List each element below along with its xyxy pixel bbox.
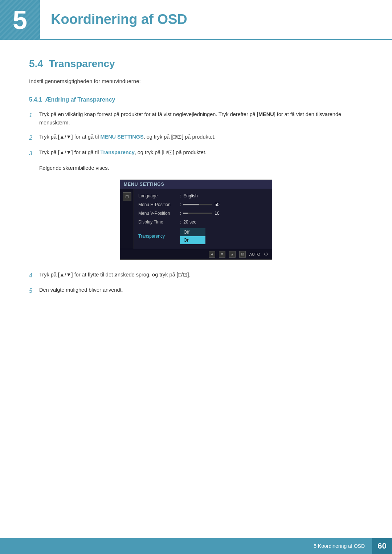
step-3: 3 Tryk på [▲/▼] for at gå til Transparen… <box>29 148 363 158</box>
osd-row-hpos: Menu H-Position : 50 <box>134 200 272 209</box>
osd-gear-icon: ⚙ <box>264 251 268 257</box>
step-2-number: 2 <box>29 133 39 143</box>
subsection-heading: 5.4.1 Ændring af Transparency <box>29 97 363 103</box>
osd-value-displaytime: : 20 sec <box>180 219 268 225</box>
step-1: 1 Tryk på en vilkårlig knap forrest på p… <box>29 110 363 127</box>
osd-row-language: Language : English <box>134 192 272 200</box>
osd-sidebar: ⊡ <box>120 189 134 249</box>
osd-option-off: Off <box>180 228 205 236</box>
osd-label-vpos: Menu V-Position <box>138 211 180 216</box>
osd-slider-hpos <box>183 204 212 205</box>
osd-slider-vpos <box>183 213 212 214</box>
osd-btn-down: ▼ <box>219 251 225 258</box>
section-heading: 5.4 Transparency <box>29 58 363 70</box>
footer-page-number: 60 <box>372 538 392 554</box>
osd-bottom-bar: ◄ ▼ ▲ ⊡ AUTO ⚙ <box>120 249 272 259</box>
osd-row-transparency: Transparency Off On <box>134 226 272 246</box>
steps-list: 1 Tryk på en vilkårlig knap forrest på p… <box>29 110 363 158</box>
steps-list-2: 4 Tryk på [▲/▼] for at flytte til det øn… <box>29 271 363 296</box>
step-4: 4 Tryk på [▲/▼] for at flytte til det øn… <box>29 271 363 280</box>
step-2-text: Tryk på [▲/▼] for at gå til MENU SETTING… <box>39 133 363 141</box>
page-header: 5 Koordinering af OSD <box>0 0 392 40</box>
osd-menu: Language : English Menu H-Position : 50 <box>134 189 272 249</box>
step-5-number: 5 <box>29 286 39 296</box>
osd-row-vpos: Menu V-Position : 10 <box>134 209 272 218</box>
osd-option-on: On <box>180 236 205 244</box>
step-3-number: 3 <box>29 148 39 158</box>
section-description: Indstil gennemsigtigheden for menuvindue… <box>29 77 363 86</box>
step-4-number: 4 <box>29 271 39 280</box>
main-content: 5.4 Transparency Indstil gennemsigtighed… <box>0 58 392 331</box>
chapter-number: 5 <box>13 7 27 33</box>
osd-value-transparency: Off On <box>180 228 268 244</box>
osd-btn-enter: ⊡ <box>239 251 246 258</box>
osd-btn-left: ◄ <box>209 251 215 258</box>
osd-titlebar: MENU SETTINGS <box>120 180 272 189</box>
step-3-text: Tryk på [▲/▼] for at gå til Transparency… <box>39 148 363 157</box>
step-2: 2 Tryk på [▲/▼] for at gå til MENU SETTI… <box>29 133 363 143</box>
osd-value-language: : English <box>180 193 268 198</box>
step-3-subnote: Følgende skærmbillede vises. <box>39 164 363 172</box>
osd-row-displaytime: Display Time : 20 sec <box>134 218 272 226</box>
osd-monitor-icon: ⊡ <box>123 192 131 201</box>
footer-chapter-label: 5 Koordinering af OSD <box>314 543 372 549</box>
osd-screenshot: MENU SETTINGS ⊡ Language : English Menu … <box>120 180 272 260</box>
osd-label-language: Language <box>138 193 180 198</box>
chapter-title: Koordinering af OSD <box>51 12 187 27</box>
osd-auto-label: AUTO <box>249 252 260 257</box>
osd-dropdown-transparency: Off On <box>180 228 205 244</box>
osd-body: ⊡ Language : English Menu H-Position : <box>120 189 272 249</box>
osd-value-vpos: : 10 <box>180 211 268 216</box>
osd-value-hpos: : 50 <box>180 202 268 207</box>
page-footer: 5 Koordinering af OSD 60 <box>0 538 392 554</box>
osd-label-hpos: Menu H-Position <box>138 202 180 207</box>
chapter-title-block: Koordinering af OSD <box>40 0 392 40</box>
step-5-text: Den valgte mulighed bliver anvendt. <box>39 286 363 294</box>
step-4-text: Tryk på [▲/▼] for at flytte til det ønsk… <box>39 271 363 279</box>
chapter-number-block: 5 <box>0 0 40 40</box>
step-1-number: 1 <box>29 110 39 120</box>
osd-label-transparency: Transparency <box>138 234 180 239</box>
osd-btn-up: ▲ <box>229 251 236 258</box>
osd-label-displaytime: Display Time <box>138 219 180 225</box>
step-5: 5 Den valgte mulighed bliver anvendt. <box>29 286 363 296</box>
step-1-text: Tryk på en vilkårlig knap forrest på pro… <box>39 110 363 127</box>
